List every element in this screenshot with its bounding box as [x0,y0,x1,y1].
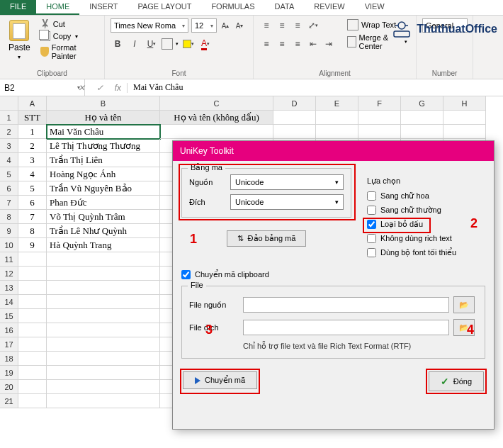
row-header-19[interactable]: 19 [0,366,18,380]
row-header-21[interactable]: 21 [0,394,18,408]
row-header-18[interactable]: 18 [0,352,18,366]
align-right-button[interactable]: ≡ [290,37,305,51]
col-header-A[interactable]: A [18,96,47,111]
row-header-1[interactable]: 1 [0,111,18,125]
tab-insert[interactable]: INSERT [79,0,128,15]
cell-B19[interactable] [47,366,160,380]
file-nguon-input[interactable] [243,297,449,313]
tab-page-layout[interactable]: PAGE LAYOUT [128,0,201,15]
cell-A6[interactable]: 5 [18,181,47,196]
increase-font-button[interactable]: A▴ [220,18,231,33]
cell-A13[interactable] [18,281,47,295]
align-top-button[interactable]: ≡ [259,18,273,33]
col-header-H[interactable]: H [443,96,486,111]
cell-G1[interactable] [401,111,443,125]
chk-clipboard[interactable]: Chuyển mã clipboard [181,267,485,281]
cell-B20[interactable] [47,380,160,394]
col-header-B[interactable]: B [47,96,160,111]
align-bottom-button[interactable]: ≡ [290,18,305,33]
cell-B7[interactable]: Phan Đức [47,196,160,210]
row-header-6[interactable]: 6 [0,181,18,196]
browse-nguon-button[interactable]: 📂 [453,296,475,313]
tab-home[interactable]: HOME [36,0,79,15]
close-button[interactable]: ✓Đóng [429,371,484,391]
font-color-button[interactable]: A▾ [198,37,213,51]
row-header-17[interactable]: 17 [0,337,18,352]
cell-B14[interactable] [47,295,160,309]
row-header-12[interactable]: 12 [0,267,18,281]
cell-B9[interactable]: Trần Lê Như Quỳnh [47,224,160,238]
option-0[interactable]: Sang chữ hoa [367,189,487,203]
font-name-combo[interactable]: Times New Roma▾ [111,18,188,33]
option-1-checkbox[interactable] [367,206,376,215]
cell-A4[interactable]: 3 [18,153,47,167]
cell-A1[interactable]: STT [18,111,47,125]
row-header-15[interactable]: 15 [0,309,18,323]
option-0-checkbox[interactable] [367,191,376,201]
cell-F1[interactable] [358,111,401,125]
fx-button[interactable]: ✕✓fx [85,83,128,93]
cell-D1[interactable] [273,111,316,125]
cell-B1[interactable]: Họ và tên [47,111,160,125]
col-header-E[interactable]: E [316,96,358,111]
border-button[interactable] [162,38,173,50]
align-middle-button[interactable]: ≡ [275,18,289,33]
row-header-14[interactable]: 14 [0,295,18,309]
select-all-corner[interactable] [0,96,18,111]
option-1[interactable]: Sang chữ thường [367,203,487,217]
cell-A2[interactable]: 1 [18,125,47,139]
bold-button[interactable]: B [111,37,125,51]
cell-H1[interactable] [443,111,486,125]
orientation-button[interactable]: ⤢▾ [306,18,320,33]
cell-A20[interactable] [18,380,47,394]
cell-A7[interactable]: 6 [18,196,47,210]
cell-B2[interactable]: Mai Văn Châu [47,125,160,139]
cell-A21[interactable] [18,394,47,408]
row-header-10[interactable]: 10 [0,238,18,252]
align-left-button[interactable]: ≡ [259,37,273,51]
row-header-11[interactable]: 11 [0,252,18,267]
cell-A17[interactable] [18,337,47,352]
cell-B15[interactable] [47,309,160,323]
tab-view[interactable]: VIEW [355,0,395,15]
cell-A12[interactable] [18,267,47,281]
clipboard-checkbox[interactable] [181,270,191,279]
dich-select[interactable]: Unicode▾ [230,194,344,210]
row-header-7[interactable]: 7 [0,196,18,210]
cell-B21[interactable] [47,394,160,408]
cell-B12[interactable] [47,267,160,281]
cell-A18[interactable] [18,352,47,366]
cell-B8[interactable]: Võ Thị Quỳnh Trâm [47,210,160,224]
nguon-select[interactable]: Unicode▾ [230,174,344,190]
cell-B10[interactable]: Hà Quỳnh Trang [47,238,160,252]
cell-C1[interactable]: Họ và tên (không dấu) [160,111,273,125]
copy-button[interactable]: Copy▾ [38,30,98,42]
col-header-G[interactable]: G [401,96,443,111]
cell-A9[interactable]: 8 [18,224,47,238]
row-header-3[interactable]: 3 [0,139,18,153]
row-header-20[interactable]: 20 [0,380,18,394]
paste-button[interactable]: Paste ▾ [6,18,33,62]
row-header-13[interactable]: 13 [0,281,18,295]
option-4-checkbox[interactable] [367,248,376,257]
option-3-checkbox[interactable] [367,234,376,243]
row-header-5[interactable]: 5 [0,167,18,181]
cell-D2[interactable] [273,125,316,139]
cell-B3[interactable]: Lê Thị Thương Thương [47,139,160,153]
formula-input[interactable]: Mai Văn Châu [128,82,188,93]
fill-color-button[interactable]: ▾ [181,37,196,51]
align-center-button[interactable]: ≡ [275,37,289,51]
tab-review[interactable]: REVIEW [304,0,354,15]
italic-button[interactable]: I [128,37,142,51]
cut-button[interactable]: Cut [38,18,98,30]
cell-B16[interactable] [47,323,160,337]
dialog-titlebar[interactable]: UniKey Toolkit [173,141,494,161]
option-3[interactable]: Không dùng rich text [367,231,487,245]
tab-data[interactable]: DATA [265,0,305,15]
cell-A19[interactable] [18,366,47,380]
option-2-checkbox[interactable] [367,220,376,229]
cell-A8[interactable]: 7 [18,210,47,224]
row-header-9[interactable]: 9 [0,224,18,238]
cell-C2[interactable] [160,125,273,139]
underline-button[interactable]: U▾ [145,37,159,51]
